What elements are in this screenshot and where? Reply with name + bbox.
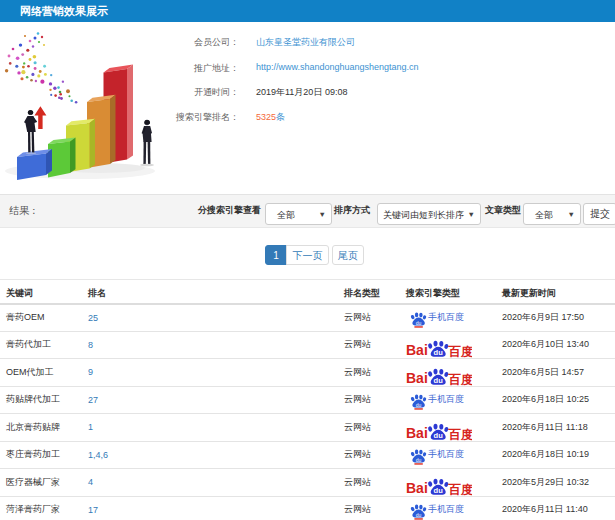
- svg-text:du: du: [434, 431, 444, 440]
- svg-text:du: du: [434, 376, 444, 385]
- svg-text:Bai: Bai: [406, 480, 428, 496]
- svg-text:百度: 百度: [448, 345, 473, 359]
- svg-text:du: du: [434, 348, 444, 357]
- svg-text:Bai: Bai: [406, 370, 428, 386]
- svg-text:du: du: [416, 319, 422, 325]
- svg-text:Bai: Bai: [406, 342, 428, 358]
- svg-text:du: du: [416, 401, 422, 407]
- svg-text:du: du: [416, 511, 422, 517]
- svg-text:百度: 百度: [448, 372, 473, 386]
- svg-text:Bai: Bai: [406, 425, 428, 441]
- svg-text:百度: 百度: [448, 482, 473, 496]
- svg-text:du: du: [434, 486, 444, 495]
- svg-text:百度: 百度: [448, 427, 473, 441]
- svg-text:du: du: [416, 456, 422, 462]
